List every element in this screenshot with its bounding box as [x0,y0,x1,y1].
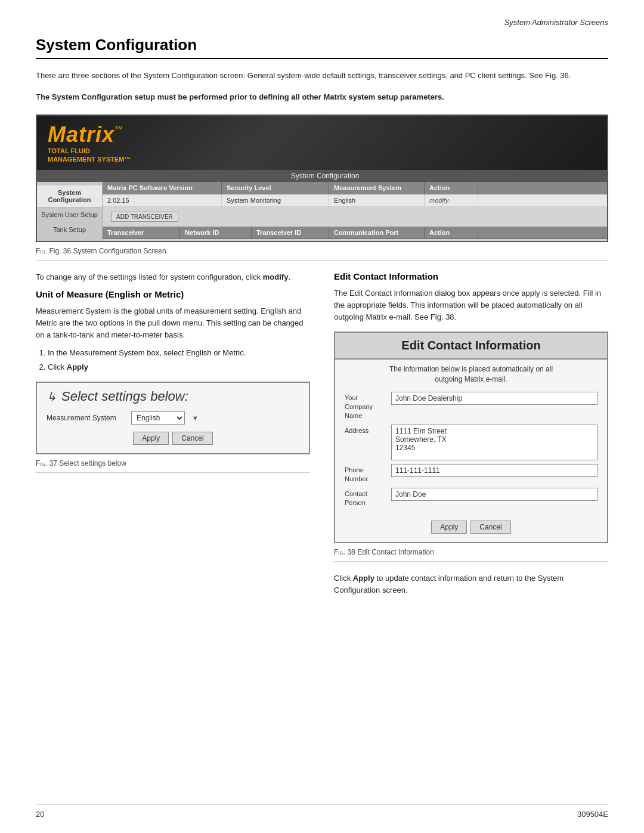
matrix-table-row: 2.02.15 System Monitoring English modify [103,194,607,207]
address-textarea[interactable]: 1111 Elm Street Somewhere, TX 12345 [391,425,597,460]
sidebar-item-tank-setup: Tank Setup [37,222,102,237]
matrix-header: Matrix ™ TOTAL FLUID MANAGEMENT SYSTEM™ [37,116,607,170]
list-item-1: In the Measurement System box, select En… [48,347,310,359]
fig37-caption: Fig. 37 Select settings below [36,459,310,473]
company-name-row: Your Company Name [345,392,597,421]
contact-cancel-button[interactable]: Cancel [470,521,510,534]
phone-input[interactable] [391,464,597,477]
contact-form: Your Company Name Address 1111 Elm Stree… [335,387,607,516]
contact-person-label: Contact Person [345,488,386,508]
contact-person-input[interactable] [391,488,597,501]
sidebar-item-system-config: System Configuration [37,185,102,208]
matrix-td-security: System Monitoring [222,194,329,206]
transceiver-th-id: Transceiver ID [252,227,329,239]
fig36-caption: Fig. Fig. 36 System Configuration Screen… [36,247,608,261]
transceiver-th-transceiver: Transceiver [103,227,180,239]
matrix-ui-screenshot: Matrix ™ TOTAL FLUID MANAGEMENT SYSTEM™ … [36,114,608,242]
edit-contact-body: The Edit Contact Information dialog box … [334,287,608,323]
cursor-icon: ↳ [47,389,57,404]
edit-contact-box: Edit Contact Information The information… [334,332,608,543]
contact-person-row: Contact Person [345,488,597,508]
section-title: System Configuration [36,36,608,59]
matrix-th-action: Action [425,182,478,194]
address-row: Address 1111 Elm Street Somewhere, TX 12… [345,425,597,460]
transceiver-table-header: Transceiver Network ID Transceiver ID Co… [103,227,607,239]
add-transceiver-button[interactable]: ADD TRANSCEIVER [111,212,178,222]
phone-row: Phone Number [345,464,597,484]
apply-button[interactable]: Apply [133,432,169,445]
matrix-logo-text: Matrix [48,124,114,145]
address-label: Address [345,425,386,435]
warning-text: The System Configuration setup must be p… [36,91,608,103]
apply-footer-text: Click Apply to update contact informatio… [334,572,608,596]
matrix-td-action: modify [425,194,478,206]
matrix-td-measurement: English [329,194,425,206]
select-buttons: Apply Cancel [37,432,309,445]
unit-measure-body: Measurement System is the global units o… [36,305,310,341]
select-settings-title: ↳ Select settings below: [37,383,309,407]
left-column: To change any of the settings listed for… [36,271,310,603]
transceiver-th-network: Network ID [180,227,252,239]
unit-measure-list: In the Measurement System box, select En… [36,347,310,373]
contact-apply-button[interactable]: Apply [431,521,467,534]
list-item-2: Click Apply [48,361,310,373]
matrix-th-security: Security Level [222,182,329,194]
unit-measure-title: Unit of Measure (English or Metric) [36,289,310,299]
edit-contact-box-title: Edit Contact Information [335,333,607,360]
measurement-label: Measurement System [47,414,124,422]
matrix-tagline: TOTAL FLUID MANAGEMENT SYSTEM™ [48,147,131,164]
select-settings-box: ↳ Select settings below: Measurement Sys… [36,382,310,454]
select-settings-row: Measurement System English Metric ▼ [37,407,309,429]
transceiver-th-action: Action [425,227,478,239]
contact-buttons: Apply Cancel [335,521,607,534]
matrix-td-version: 2.02.15 [103,194,222,206]
edit-contact-subtitle: The information below is placed automati… [335,360,607,387]
matrix-table-header: Matrix PC Software Version Security Leve… [103,182,607,194]
fig38-caption: Fig. 38 Edit Contact Information [334,548,608,562]
right-column: Edit Contact Information The Edit Contac… [334,271,608,603]
matrix-th-version: Matrix PC Software Version [103,182,222,194]
matrix-th-measurement: Measurement System [329,182,425,194]
matrix-main-content: Matrix PC Software Version Security Leve… [103,182,607,241]
matrix-sidebar: System Configuration System User Setup T… [37,182,103,241]
intro-text: There are three sections of the System C… [36,70,608,82]
company-name-label: Your Company Name [345,392,386,421]
edit-contact-title: Edit Contact Information [334,271,608,281]
two-column-layout: To change any of the settings listed for… [36,271,608,603]
top-right-label: System Administrator Screens [504,18,608,27]
matrix-logo: Matrix ™ TOTAL FLUID MANAGEMENT SYSTEM™ [48,124,131,164]
phone-label: Phone Number [345,464,386,484]
matrix-content: System Configuration System User Setup T… [37,182,607,241]
measurement-dropdown[interactable]: English Metric [131,411,185,425]
change-text: To change any of the settings listed for… [36,271,310,283]
transceiver-th-comm: Communication Port [329,227,425,239]
page-number: 20 [36,810,44,819]
doc-number: 309504E [577,810,608,819]
matrix-logo-tm: ™ [114,124,123,134]
cancel-button[interactable]: Cancel [172,432,212,445]
add-transceiver-row: ADD TRANSCEIVER [103,207,607,227]
matrix-nav-bar: System Configuration [37,170,607,182]
sidebar-item-system-user: System User Setup [37,208,102,222]
page-footer: 20 309504E [36,804,608,819]
company-name-input[interactable] [391,392,597,405]
